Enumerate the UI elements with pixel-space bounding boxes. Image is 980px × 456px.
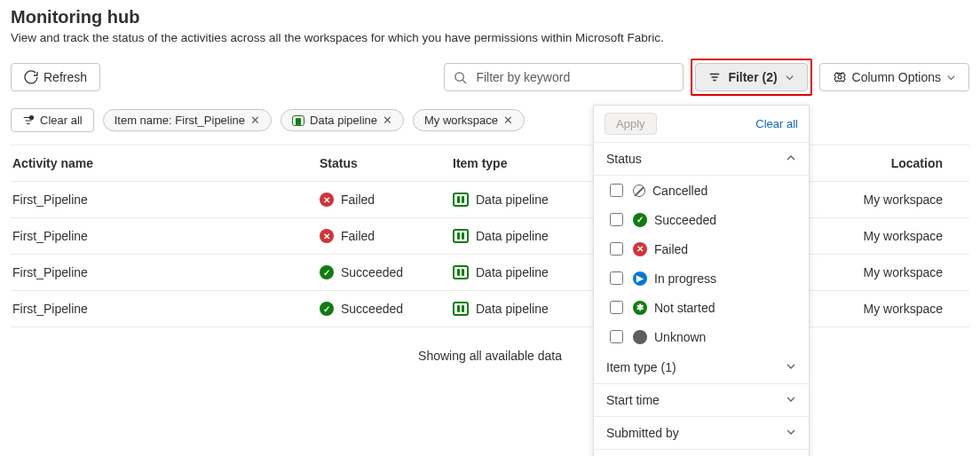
table-row[interactable]: First_Pipeline ✕ Failed Data pipeline 4:… — [11, 218, 969, 255]
settings-icon — [833, 70, 847, 84]
activities-table: Activity name Status Item type Start Loc… — [11, 145, 969, 327]
col-item-type[interactable]: Item type — [446, 145, 605, 182]
cell-item-type: Data pipeline — [446, 291, 605, 327]
cell-item-type: Data pipeline — [446, 218, 605, 255]
filter-option-label: Cancelled — [652, 184, 707, 198]
clear-filter-icon — [22, 114, 35, 127]
svg-point-2 — [29, 114, 34, 119]
status-label: Failed — [341, 229, 375, 243]
filter-chip[interactable]: Data pipeline ✕ — [281, 109, 404, 131]
column-options-button[interactable]: Column Options — [819, 63, 969, 91]
cell-activity: First_Pipeline — [11, 182, 312, 218]
table-row[interactable]: First_Pipeline ✕ Failed Data pipeline 3:… — [11, 182, 969, 218]
chevron-down-icon — [946, 73, 956, 83]
filter-checkbox[interactable] — [610, 213, 623, 226]
clear-all-label: Clear all — [40, 114, 83, 127]
filter-option-row[interactable]: ✓ Succeeded — [594, 205, 809, 234]
status-label: Succeeded — [341, 265, 403, 279]
column-options-label: Column Options — [852, 70, 941, 84]
search-input[interactable] — [474, 69, 674, 85]
cell-location: My workspace — [836, 182, 969, 218]
filter-section-label: Status — [606, 152, 642, 166]
cell-activity: First_Pipeline — [11, 291, 312, 327]
col-location[interactable]: Location — [836, 145, 969, 182]
data-pipeline-icon — [292, 115, 304, 126]
col-status[interactable]: Status — [312, 145, 446, 182]
data-pipeline-icon — [453, 193, 469, 207]
filter-section-status[interactable]: Status — [594, 143, 809, 176]
chip-label: Item name: First_Pipeline — [115, 114, 245, 127]
filter-section-item-type[interactable]: Item type (1) — [594, 351, 809, 384]
filter-checkbox[interactable] — [610, 330, 623, 343]
filter-clear-all-link[interactable]: Clear all — [755, 117, 798, 130]
filter-chip[interactable]: My workspace ✕ — [413, 109, 525, 131]
filter-option-label: Unknown — [654, 330, 706, 344]
filter-option-row[interactable]: ✕ Failed — [594, 234, 809, 263]
status-fail-icon: ✕ — [320, 193, 334, 207]
col-activity-name[interactable]: Activity name — [11, 145, 312, 182]
item-type-label: Data pipeline — [476, 265, 549, 279]
filter-chip[interactable]: Item name: First_Pipeline ✕ — [103, 109, 272, 131]
filter-checkbox[interactable] — [610, 242, 623, 256]
chip-label: My workspace — [424, 114, 498, 127]
cell-item-type: Data pipeline — [446, 255, 605, 291]
filter-button[interactable]: Filter (2) — [695, 63, 807, 91]
status-label: Succeeded — [341, 302, 403, 316]
item-type-label: Data pipeline — [476, 193, 549, 207]
status-prog-icon: ▶ — [633, 271, 647, 286]
close-icon[interactable]: ✕ — [383, 114, 392, 127]
item-type-label: Data pipeline — [476, 302, 549, 316]
cell-activity: First_Pipeline — [11, 218, 312, 255]
filter-option-row[interactable]: Unknown — [594, 322, 809, 351]
filter-checkbox[interactable] — [610, 301, 623, 314]
data-pipeline-icon — [453, 265, 469, 279]
table-row[interactable]: First_Pipeline ✓ Succeeded Data pipeline… — [11, 291, 969, 327]
filter-checkbox[interactable] — [610, 271, 623, 285]
chevron-up-icon — [786, 152, 796, 166]
clear-all-chip[interactable]: Clear all — [11, 108, 94, 132]
close-icon[interactable]: ✕ — [250, 114, 260, 127]
toolbar: Refresh Filter (2) Column Options — [11, 59, 969, 96]
cell-activity: First_Pipeline — [11, 255, 312, 291]
status-cancelled-icon — [633, 185, 645, 197]
chevron-down-icon — [786, 360, 796, 374]
filter-option-label: In progress — [654, 271, 716, 286]
filter-panel-header: Apply Clear all — [594, 106, 809, 143]
cell-status: ✓ Succeeded — [312, 291, 446, 327]
status-nots-icon: ✱ — [633, 301, 647, 315]
filter-section-start-time[interactable]: Start time — [594, 384, 809, 391]
table-footer-text: Showing all available data — [11, 327, 969, 384]
filter-option-row[interactable]: ✱ Not started — [594, 293, 809, 322]
status-succ-icon: ✓ — [320, 302, 334, 316]
search-icon — [454, 71, 467, 84]
close-icon[interactable]: ✕ — [503, 114, 513, 127]
filter-checkbox[interactable] — [610, 184, 623, 197]
cell-status: ✕ Failed — [312, 182, 446, 218]
data-pipeline-icon — [453, 302, 469, 316]
refresh-label: Refresh — [43, 70, 87, 84]
filter-icon — [708, 71, 721, 83]
filter-button-highlight: Filter (2) — [691, 59, 811, 96]
filter-option-label: Failed — [654, 242, 688, 256]
filter-option-row[interactable]: ▶ In progress — [594, 263, 809, 293]
chevron-down-icon — [785, 73, 794, 83]
filter-section-label: Item type (1) — [606, 360, 676, 374]
svg-point-0 — [455, 72, 463, 80]
filter-apply-button[interactable]: Apply — [605, 113, 657, 135]
filter-panel: Apply Clear all Status Cancelled ✓ Succe… — [593, 105, 810, 391]
search-input-wrap[interactable] — [444, 63, 684, 91]
filter-option-row[interactable]: Cancelled — [594, 176, 809, 205]
table-row[interactable]: First_Pipeline ✓ Succeeded Data pipeline… — [11, 255, 969, 291]
filter-option-label: Not started — [654, 301, 715, 315]
status-succ-icon: ✓ — [633, 213, 647, 227]
cell-status: ✓ Succeeded — [312, 255, 446, 291]
cell-location: My workspace — [836, 218, 969, 255]
svg-point-1 — [838, 75, 842, 79]
status-unk-icon — [633, 330, 647, 344]
status-succ-icon: ✓ — [320, 265, 334, 279]
page-subtitle: View and track the status of the activit… — [11, 31, 969, 44]
page-title: Monitoring hub — [11, 7, 969, 28]
cell-item-type: Data pipeline — [446, 182, 605, 218]
filter-label: Filter (2) — [728, 70, 777, 84]
refresh-button[interactable]: Refresh — [11, 63, 100, 91]
